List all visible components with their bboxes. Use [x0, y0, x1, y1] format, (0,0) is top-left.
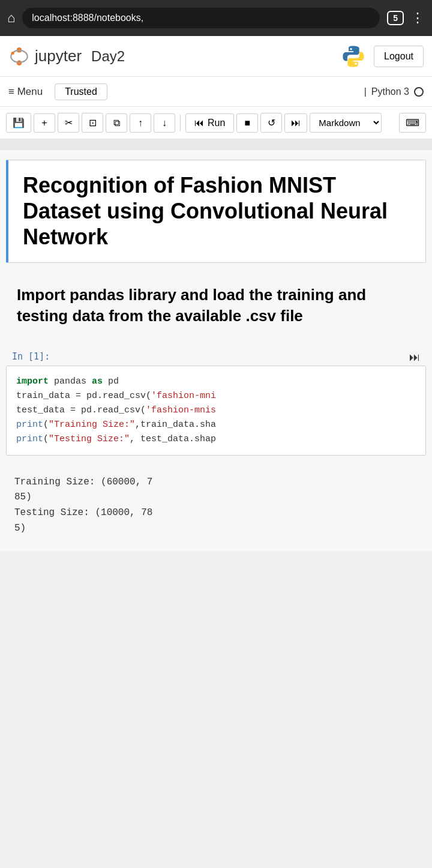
- logout-button[interactable]: Logout: [374, 46, 424, 67]
- cell-label: In [1]: ⏭: [6, 346, 426, 366]
- kernel-label: Python 3: [371, 86, 409, 97]
- trusted-button[interactable]: Trusted: [55, 83, 107, 100]
- cut-button[interactable]: ✂: [58, 113, 79, 133]
- restart-button[interactable]: ↺: [260, 113, 282, 133]
- paste-button[interactable]: ⧉: [106, 113, 127, 133]
- output-line-1: Training Size: (60000, 7: [14, 475, 420, 490]
- svg-point-4: [350, 47, 352, 50]
- toolbar: 💾 + ✂ ⊡ ⧉ ↑ ↓ ⏮ Run ■ ↺ ⏭ Markdown Code …: [0, 107, 432, 139]
- copy-button[interactable]: ⊡: [82, 113, 103, 133]
- code-line-1: import pandas as pd: [16, 375, 416, 389]
- output-line-3: Testing Size: (10000, 78: [14, 505, 420, 521]
- toolbar-separator: [0, 139, 432, 150]
- jupyter-header: jupyter Day2 Logout: [0, 36, 432, 77]
- notebook-name-label[interactable]: Day2: [91, 48, 340, 65]
- move-up-button[interactable]: ↑: [130, 113, 151, 133]
- save-button[interactable]: 💾: [6, 113, 31, 133]
- code-cell-1: In [1]: ⏭ import pandas as pd train_data…: [6, 346, 426, 468]
- code-line-4: print("Training Size:",train_data.sha: [16, 418, 416, 432]
- run-button[interactable]: ⏮ Run: [185, 113, 234, 133]
- run-play-icon: ⏮: [194, 118, 204, 128]
- code-line-5: print("Testing Size:", test_data.shap: [16, 432, 416, 447]
- stop-button[interactable]: ■: [236, 113, 258, 133]
- keyboard-shortcut-button[interactable]: ⌨: [399, 113, 426, 133]
- home-icon[interactable]: ⌂: [7, 10, 15, 26]
- notebook-title: Recognition of Fashion MNIST Dataset usi…: [23, 172, 411, 250]
- menu-bar: ≡ Menu Trusted | Python 3: [0, 77, 432, 107]
- output-section: Training Size: (60000, 7 85) Testing Siz…: [6, 468, 426, 542]
- code-line-3: test_data = pd.read_csv('fashion-mnis: [16, 403, 416, 418]
- output-line-4: 5): [14, 521, 420, 537]
- run-label: Run: [208, 118, 225, 128]
- section-heading: Import pandas library and load the train…: [12, 285, 420, 327]
- address-bar: ⌂ localhost:8888/notebooks, 5 ⋮: [0, 0, 432, 36]
- kernel-info: | Python 3: [364, 86, 424, 97]
- cell-type-select[interactable]: Markdown Code Raw: [310, 113, 382, 133]
- cell-fast-forward-icon[interactable]: ⏭: [409, 351, 420, 363]
- jupyter-brand-label: jupyter: [35, 47, 82, 65]
- svg-point-3: [11, 52, 14, 55]
- section-text-area: Import pandas library and load the train…: [6, 275, 426, 346]
- output-line-2: 85): [14, 490, 420, 505]
- tab-count-badge[interactable]: 5: [387, 11, 404, 25]
- menu-toggle[interactable]: ≡ Menu: [8, 86, 43, 98]
- markdown-title-cell[interactable]: Recognition of Fashion MNIST Dataset usi…: [6, 160, 426, 263]
- fast-forward-button[interactable]: ⏭: [284, 113, 307, 133]
- in-label: In [1]:: [12, 351, 50, 362]
- add-cell-button[interactable]: +: [34, 113, 55, 133]
- notebook-content: Recognition of Fashion MNIST Dataset usi…: [0, 150, 432, 552]
- jupyter-logo-icon: [8, 46, 30, 67]
- kernel-status-icon: [414, 87, 424, 97]
- python-logo-icon: [340, 43, 367, 70]
- code-line-2: train_data = pd.read_csv('fashion-mni: [16, 389, 416, 403]
- url-text: localhost:8888/notebooks,: [32, 13, 143, 23]
- toolbar-divider-1: [180, 115, 181, 131]
- browser-menu-icon[interactable]: ⋮: [411, 10, 425, 26]
- separator-bar: |: [364, 86, 367, 97]
- move-down-button[interactable]: ↓: [154, 113, 175, 133]
- url-bar[interactable]: localhost:8888/notebooks,: [22, 8, 380, 28]
- svg-point-5: [355, 62, 357, 65]
- code-block[interactable]: import pandas as pd train_data = pd.read…: [6, 366, 426, 456]
